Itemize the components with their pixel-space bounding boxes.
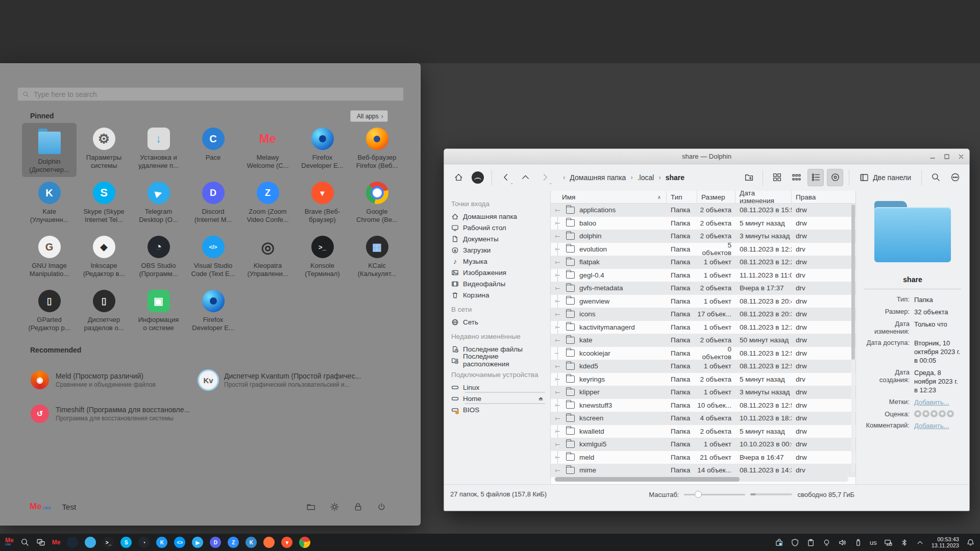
app-tile-skype[interactable]: SSkype (SkypeInternet Tel... [77,177,131,231]
places-item-сеть[interactable]: Сеть [451,316,550,328]
new-tab-button[interactable] [741,169,757,186]
expand-arrow-icon[interactable]: ›– [551,337,566,344]
expand-tray-icon[interactable] [916,538,924,547]
star-icon[interactable]: ★ [930,410,938,417]
expand-arrow-icon[interactable]: ›– [551,389,566,396]
taskbar-app-brave[interactable]: ▼ [281,537,292,548]
star-icon[interactable]: ★ [914,410,921,417]
file-row-kscreen[interactable]: ›–kscreenПапка4 объекта10.11.2023 в 18:3… [551,412,855,425]
compact-view-button[interactable] [788,169,804,186]
power-icon[interactable] [377,502,386,512]
vertical-scrollbar[interactable] [851,205,855,472]
places-item-домашняя-папка[interactable]: Домашняя папка [451,211,550,222]
volume-icon[interactable] [838,538,847,547]
expand-arrow-icon[interactable]: ›– [551,207,566,214]
zoom-slider-handle[interactable] [695,491,702,498]
expand-arrow-icon[interactable]: ›– [551,375,566,383]
file-row-klipper[interactable]: ›–klipperПапка1 объект3 минуты назадdrw [551,386,855,399]
app-tile-brave[interactable]: ▼Brave (Веб-браузер) [295,177,350,231]
places-item-загрузки[interactable]: Загрузки [451,244,550,256]
recommended-item-meld[interactable]: ◉Meld (Просмотр различий)Сравнение и объ… [31,364,199,396]
maximize-button[interactable] [944,154,950,160]
app-tile-discover[interactable]: ↓Установка иудаление п... [131,123,186,177]
column-header-name[interactable]: Имя∧ [551,191,667,203]
app-tile-zoom[interactable]: ZZoom (ZoomVideo Confe... [240,177,295,231]
taskbar-app-kate[interactable]: K [246,537,257,548]
breadcrumb-segment[interactable]: .local [638,173,654,182]
shield-icon[interactable] [791,538,799,547]
search-button[interactable] [927,169,944,186]
app-tile-gparted[interactable]: ▯GParted(Редактор р... [22,285,77,339]
places-item-последние-расположения[interactable]: Последние расположения [451,355,550,366]
expand-arrow-icon[interactable]: ›– [551,467,566,474]
app-tile-telegram[interactable]: ▶TelegramDesktop (O... [131,177,186,231]
app-tile-inkscape[interactable]: ◆Inkscape(Редактор в... [77,231,131,285]
places-item-корзина[interactable]: Корзина [451,289,550,300]
places-item-музыка[interactable]: ♪Музыка [451,256,550,267]
taskbar-app-konsole[interactable]: >_ [103,537,114,548]
places-item-изображения[interactable]: Изображения [451,267,550,278]
file-row-mime[interactable]: ›–mimeПапка14 объек...08.11.2023 в 14:33… [551,464,855,477]
expand-arrow-icon[interactable]: ›– [551,441,566,448]
recommended-item-kvantum[interactable]: KvДиспетчер Kvantum (Простой графичес...… [199,364,368,396]
expand-arrow-icon[interactable]: ›– [551,323,566,331]
zoom-slider[interactable] [684,490,745,498]
close-button[interactable] [958,154,964,160]
taskbar-app-kde-app[interactable]: K [156,537,167,548]
forward-button[interactable]: ⌄ [536,169,553,186]
virtual-desktop-pager[interactable] [36,538,45,547]
taskbar-app-vscode[interactable]: <> [174,537,185,548]
files-icon[interactable] [306,502,316,512]
night-color-icon[interactable] [822,538,831,547]
keyboard-layout-indicator[interactable]: us [870,539,877,546]
star-icon[interactable]: ★ [939,410,946,417]
expand-arrow-icon[interactable]: ›– [551,271,566,279]
places-item-документы[interactable]: Документы [451,233,550,244]
file-row-kcookiejar[interactable]: –kcookiejarПапка0 объектов08.11.2023 в 1… [551,347,855,360]
app-tile-obs-studio[interactable]: ◔OBS Studio(Программ... [131,231,186,285]
expand-arrow-icon[interactable]: ›– [551,259,566,266]
add-link[interactable]: Добавить... [914,421,962,430]
taskbar-app-steam[interactable] [67,537,78,548]
app-tile-kcalc[interactable]: ▦KCalc(Калькулят... [350,231,404,285]
forward-dropdown-icon[interactable]: ⌄ [549,181,552,185]
updates-icon[interactable] [775,538,783,547]
rating-stars[interactable]: ★★★★★ [914,410,962,417]
app-tile-melawy-welcome[interactable]: MeMelawyWelcome (C... [240,123,295,177]
user-avatar[interactable] [470,169,486,186]
expand-arrow-icon[interactable]: ›– [551,297,566,305]
file-row-kxmlgui5[interactable]: ›–kxmlgui5Папка1 объект10.10.2023 в 00:0… [551,438,855,451]
taskbar-app-chrome[interactable]: ○ [299,537,310,548]
file-row-keyrings[interactable]: ›–keyringsПапка2 объекта5 минут назадdrv [551,373,855,386]
recommended-item-timeshift[interactable]: ↺Timeshift (Программа для восстановле...… [31,397,199,430]
places-item-видеофайлы[interactable]: Видеофайлы [451,278,550,289]
expand-arrow-icon[interactable]: ›– [551,285,566,292]
expand-arrow-icon[interactable]: ›– [551,311,566,318]
expand-arrow-icon[interactable]: ›– [551,363,566,370]
launcher-menu-button[interactable]: MeLINX [5,538,14,546]
more-options-button[interactable] [947,169,963,186]
bluetooth-icon[interactable] [900,538,909,547]
app-tile-pace[interactable]: CPace [186,123,240,177]
column-header-type[interactable]: Тип [667,191,697,203]
split-view-button[interactable]: Две панели [855,169,916,186]
digital-clock[interactable]: 00:53:43 13.11.2023 [932,536,959,548]
eject-icon[interactable] [537,395,544,402]
details-view-button[interactable] [807,169,824,186]
search-input[interactable]: Type here to search [17,87,404,101]
taskbar-app-obs-studio[interactable]: ◔ [138,537,150,548]
app-tile-firefox-developer-2[interactable]: FirefoxDeveloper E... [186,285,240,339]
file-row-gvfs-metadata[interactable]: ›–gvfs-metadataПапка2 объектаВчера в 17:… [551,282,855,295]
expand-arrow-icon[interactable]: ›– [551,402,566,409]
taskbar-app-skype[interactable]: S [120,537,132,548]
app-tile-dolphin[interactable]: Dolphin(Диспетчер... [22,123,77,177]
breadcrumb-segment[interactable]: Домашняя папка [570,173,626,182]
taskbar-app-firefox[interactable] [263,537,275,548]
notifications-bell-icon[interactable] [966,538,975,547]
up-button[interactable] [517,169,533,186]
places-item-home[interactable]: Home [451,393,550,404]
file-row-knewstuff3[interactable]: ›–knewstuff3Папка10 объек...08.11.2023 в… [551,399,855,412]
titlebar[interactable]: share — Dolphin [444,149,969,164]
minimize-button[interactable] [929,154,936,160]
all-apps-button[interactable]: All apps› [350,110,388,122]
